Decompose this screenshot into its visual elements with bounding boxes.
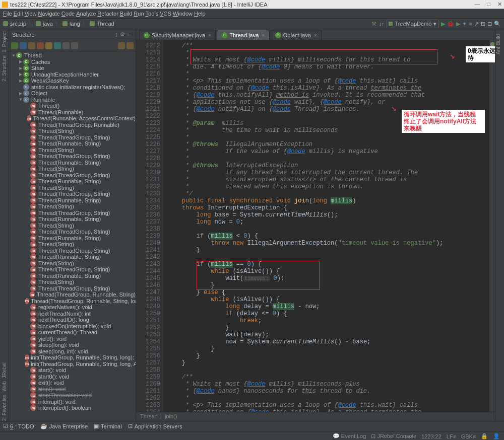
tool2-icon[interactable]: ⊞ <box>481 21 485 27</box>
line-number[interactable]: 1233 <box>136 190 160 197</box>
tree-item[interactable]: mThread(ThreadGroup, Runnable, String) <box>9 291 136 298</box>
tree-item[interactable]: minterrupt(): void <box>9 399 136 405</box>
tree-item[interactable]: mThread(String) <box>9 185 136 191</box>
structure-toolbar[interactable] <box>9 40 136 51</box>
line-number[interactable]: 1258 <box>136 366 160 374</box>
tree-item[interactable]: mstop(): void <box>9 386 136 393</box>
tree-item[interactable]: mThread(ThreadGroup, Runnable, String, l… <box>9 298 136 305</box>
tree-item[interactable]: mThread(ThreadGroup, String) <box>9 210 136 216</box>
line-number[interactable]: 1223 <box>136 120 160 127</box>
line-number[interactable]: 1232 <box>136 183 160 190</box>
tree-item[interactable]: ▶CCaches <box>9 59 136 65</box>
lock-icon[interactable]: 🔒 <box>481 433 488 439</box>
tool-application-servers[interactable]: ⊡ Application Servers <box>128 423 182 429</box>
tree-item[interactable]: mThread(ThreadGroup, String) <box>9 191 136 197</box>
tree-item[interactable]: mThread(Runnable, AccessControlContext) <box>9 115 136 122</box>
bottom-tool-panel[interactable]: ☑ 6: TODO☕ Java Enterprise▣ Terminal⊡ Ap… <box>0 421 504 431</box>
debug-icon[interactable]: 🐞 <box>447 21 454 27</box>
run-icon[interactable]: ▶ <box>441 21 445 27</box>
tree-item[interactable]: mThread(String) <box>9 203 136 210</box>
crumb-Thread[interactable]: Thread <box>90 21 114 27</box>
menu-refactor[interactable]: Refactor <box>97 11 118 17</box>
line-number[interactable]: 1230 <box>136 169 160 176</box>
tree-item[interactable]: mnextThreadNum(): int <box>9 311 136 317</box>
filter1-icon[interactable] <box>20 42 27 49</box>
line-number[interactable]: 1212 <box>136 42 160 49</box>
tree-item[interactable]: msleep(long): void <box>9 342 136 348</box>
sync-icon[interactable]: ↓↑ <box>379 21 384 27</box>
line-number[interactable]: 1256 <box>136 352 160 359</box>
tree-item[interactable]: minterrupted(): boolean <box>9 405 136 411</box>
line-number[interactable]: 1255 <box>136 345 160 352</box>
caret-position[interactable]: 1223:22 <box>421 433 442 439</box>
tool-todo[interactable]: ☑ 6: TODO <box>3 423 34 429</box>
maximize-icon[interactable]: □ <box>487 1 490 8</box>
tree-item[interactable]: mThread(String) <box>9 241 136 248</box>
close-tab-icon[interactable]: × <box>262 32 265 38</box>
profile-icon[interactable]: ✦ <box>462 21 467 27</box>
tree-item[interactable]: ▶CWeakClassKey <box>9 78 136 84</box>
tree-item[interactable]: ▼○Runnable <box>9 97 136 103</box>
line-number[interactable]: 1241 <box>136 247 160 254</box>
editor-breadcrumb[interactable]: Thread 〉join() <box>136 412 495 421</box>
menu-tools[interactable]: Tools <box>146 11 159 17</box>
favorites-tool[interactable]: 2: Favorites <box>2 395 7 421</box>
tree-item[interactable]: mThread(Runnable, String) <box>9 197 136 204</box>
line-number[interactable]: 1237 <box>136 218 160 226</box>
tree-item[interactable]: mregisterNatives(): void <box>9 304 136 311</box>
line-number[interactable]: 1224 <box>136 127 160 134</box>
tree-item[interactable]: mThread(ThreadGroup, String) <box>9 285 136 292</box>
tab-SecurityManager.java[interactable]: CSecurityManager.java× <box>139 30 216 40</box>
line-number[interactable]: 1235 <box>136 204 160 211</box>
tree-item[interactable]: mThread(ThreadGroup, String) <box>9 248 136 254</box>
ant-tool[interactable]: Ant Build <box>495 34 501 54</box>
crumb-src.zip[interactable]: src.zip〉 <box>3 20 34 28</box>
fields-icon[interactable] <box>37 42 44 49</box>
line-number[interactable]: 1259 <box>136 374 160 381</box>
structure-tree[interactable]: ▼CThread▶CCaches▶CState▶CUncaughtExcepti… <box>9 51 136 421</box>
close-icon[interactable]: ✕ <box>497 1 502 8</box>
tool-terminal[interactable]: ▣ Terminal <box>94 423 122 429</box>
tree-item[interactable]: mstart(): void <box>9 367 136 374</box>
line-number[interactable]: 1251 <box>136 317 160 324</box>
encoding[interactable]: GBK≠ <box>461 433 476 439</box>
stop-icon[interactable]: ■ <box>469 21 472 27</box>
filter5-icon[interactable] <box>62 42 70 49</box>
tree-item[interactable]: mnextThreadID(): long <box>9 317 136 323</box>
line-number[interactable]: 1250 <box>136 310 160 317</box>
line-number[interactable]: 1244 <box>136 268 160 275</box>
code-editor[interactable]: 0表示永远等待 ↘ 循环调用wait方法，当线程 终止了会调用notifyAll… <box>163 40 489 412</box>
tree-item[interactable]: ▶CUncaughtExceptionHandler <box>9 71 136 78</box>
line-number[interactable]: 1248 <box>136 296 160 303</box>
tree-item[interactable]: mThread(String) <box>9 166 136 172</box>
line-number[interactable]: 1217 <box>136 78 160 85</box>
tab-Thread.java[interactable]: CThread.java× <box>217 30 270 40</box>
line-separator[interactable]: LF≠ <box>447 433 456 439</box>
tree-item[interactable]: mThread(String) <box>9 147 136 154</box>
tree-item[interactable]: mThread(Runnable, String) <box>9 273 136 279</box>
line-number[interactable]: 1261 <box>136 388 160 395</box>
minimize-icon[interactable]: — <box>474 1 480 8</box>
menu-run[interactable]: Run <box>134 11 144 17</box>
line-number[interactable]: 1254 <box>136 338 160 345</box>
tree-item[interactable]: mThread(Runnable, String) <box>9 178 136 185</box>
line-number[interactable]: 1228 <box>136 155 160 162</box>
line-number[interactable]: 1215 <box>136 63 160 70</box>
editor-tabs[interactable]: CSecurityManager.java×CThread.java×CObje… <box>136 29 495 40</box>
menu-file[interactable]: File <box>3 11 12 17</box>
menu-build[interactable]: Build <box>120 11 132 17</box>
line-number[interactable]: 1264 <box>136 409 160 412</box>
menu-code[interactable]: Code <box>61 11 75 17</box>
tree-item[interactable]: mThread(ThreadGroup, String) <box>9 153 136 160</box>
line-number[interactable]: 1218 <box>136 85 160 92</box>
menu-navigate[interactable]: Navigate <box>38 11 59 17</box>
line-number[interactable]: 1221 <box>136 106 160 113</box>
tree-item[interactable]: mexit(): void <box>9 380 136 386</box>
line-number[interactable]: 1240 <box>136 240 160 247</box>
line-number[interactable]: 1226 <box>136 141 160 148</box>
gear-icon[interactable]: ⚙ <box>120 31 125 38</box>
close-tab-icon[interactable]: × <box>314 32 317 38</box>
web-tool[interactable]: Web <box>2 381 7 391</box>
tree-item[interactable]: minit(ThreadGroup, Runnable, String, lon… <box>9 354 136 361</box>
project-tool[interactable]: 1: Project <box>2 31 7 52</box>
